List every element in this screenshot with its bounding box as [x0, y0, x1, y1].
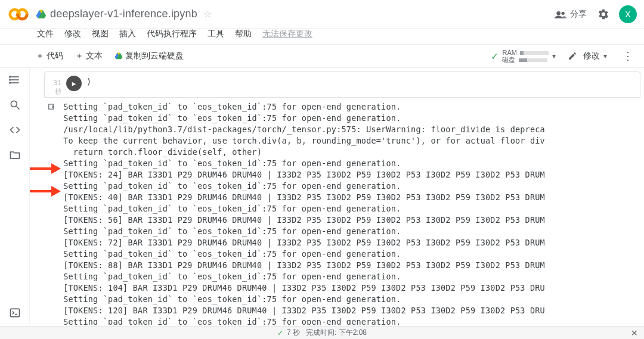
- colab-logo-icon: [7, 3, 30, 26]
- search-icon[interactable]: [9, 99, 21, 111]
- code-cell[interactable]: 31 秒 ▶ ): [44, 71, 640, 98]
- cell-gutter: 31 秒: [47, 74, 61, 96]
- menu-insert[interactable]: 插入: [119, 29, 136, 39]
- toc-icon[interactable]: [9, 74, 21, 86]
- menu-edit[interactable]: 修改: [64, 29, 81, 39]
- share-button[interactable]: 分享: [555, 9, 587, 20]
- cell-output: Setting `pad_token_id` to `eos_token_id`…: [33, 99, 644, 325]
- connected-check-icon: ✓: [491, 51, 499, 62]
- snippets-icon[interactable]: [9, 124, 21, 136]
- left-rail: [0, 68, 30, 325]
- notebook-title[interactable]: deepslayer-v1-inference.ipynb: [50, 8, 197, 20]
- share-label: 分享: [570, 9, 587, 20]
- cell-code-line[interactable]: ): [86, 74, 91, 86]
- resource-dropdown-icon[interactable]: ▾: [552, 52, 556, 60]
- settings-icon[interactable]: [596, 8, 609, 21]
- resource-indicator[interactable]: RAM 磁盘: [502, 49, 549, 63]
- user-avatar[interactable]: X: [619, 5, 637, 23]
- status-completed-time: 下午2:08: [339, 328, 367, 338]
- pencil-icon: [568, 51, 577, 61]
- toolbar: ＋ 代码 ＋ 文本 复制到云端硬盘 ✓ RAM 磁盘 ▾ 修改 ▾ ⋮: [0, 44, 644, 68]
- menu-file[interactable]: 文件: [37, 29, 54, 39]
- status-check-icon: ✓: [277, 329, 283, 337]
- status-completed-label: 完成时间:: [306, 328, 336, 338]
- notebook-area: 31 秒 ▶ ) Setting `pad_token_id` to `eos_…: [30, 68, 644, 325]
- star-icon[interactable]: ☆: [203, 8, 212, 20]
- svg-rect-21: [49, 104, 54, 109]
- status-close-icon[interactable]: ✕: [631, 328, 638, 338]
- svg-rect-19: [10, 309, 19, 316]
- run-cell-button[interactable]: ▶: [66, 76, 82, 91]
- output-text: Setting `pad_token_id` to `eos_token_id`…: [63, 101, 545, 325]
- header: deepslayer-v1-inference.ipynb ☆ 分享 X: [0, 0, 644, 29]
- status-duration: 7 秒: [287, 328, 300, 338]
- svg-point-16: [9, 82, 10, 83]
- drive-icon: [36, 9, 47, 20]
- menu-runtime[interactable]: 代码执行程序: [147, 29, 197, 39]
- menubar: 文件 修改 视图 插入 代码执行程序 工具 帮助 无法保存更改: [0, 29, 644, 44]
- svg-point-15: [9, 79, 10, 80]
- svg-point-17: [11, 101, 17, 107]
- menu-help[interactable]: 帮助: [235, 29, 252, 39]
- svg-line-18: [16, 107, 19, 110]
- svg-point-7: [562, 11, 565, 14]
- output-forward-icon[interactable]: [48, 102, 58, 111]
- edit-mode-dropdown-icon[interactable]: ▾: [603, 52, 607, 60]
- toolbar-more-icon[interactable]: ⋮: [619, 49, 637, 63]
- copy-to-drive-button[interactable]: 复制到云端硬盘: [114, 51, 184, 61]
- svg-point-14: [9, 76, 10, 77]
- add-code-button[interactable]: ＋ 代码: [36, 51, 63, 61]
- svg-point-6: [556, 11, 561, 15]
- drive-icon: [114, 52, 123, 60]
- menu-tools[interactable]: 工具: [208, 29, 224, 39]
- autosave-warning: 无法保存更改: [262, 29, 312, 39]
- menu-view[interactable]: 视图: [92, 29, 109, 39]
- files-icon[interactable]: [9, 149, 21, 161]
- add-text-button[interactable]: ＋ 文本: [75, 51, 103, 61]
- edit-mode-button[interactable]: 修改: [583, 51, 600, 61]
- status-bar: ✓ 7 秒 完成时间: 下午2:08 ✕: [0, 326, 644, 339]
- terminal-icon[interactable]: [9, 307, 21, 319]
